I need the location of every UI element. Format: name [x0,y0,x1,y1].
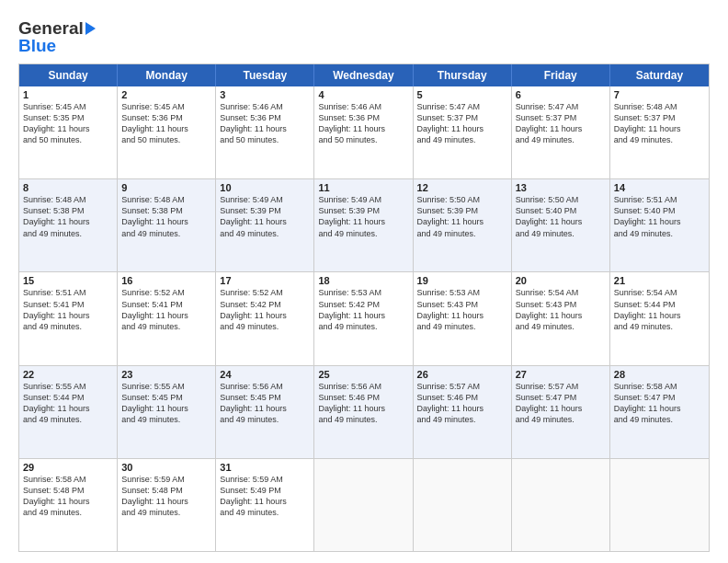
day-number: 31 [220,462,310,473]
calendar-cell: 31Sunrise: 5:59 AM Sunset: 5:49 PM Dayli… [216,459,314,551]
calendar-cell: 6Sunrise: 5:47 AM Sunset: 5:37 PM Daylig… [512,86,610,178]
calendar-row-1: 1Sunrise: 5:45 AM Sunset: 5:35 PM Daylig… [19,86,709,179]
header-day-sunday: Sunday [19,64,118,86]
calendar-body: 1Sunrise: 5:45 AM Sunset: 5:35 PM Daylig… [19,86,709,551]
cell-info: Sunrise: 5:54 AM Sunset: 5:43 PM Dayligh… [516,287,606,332]
cell-info: Sunrise: 5:56 AM Sunset: 5:45 PM Dayligh… [220,381,310,426]
calendar-cell: 28Sunrise: 5:58 AM Sunset: 5:47 PM Dayli… [610,366,709,458]
calendar-cell: 17Sunrise: 5:52 AM Sunset: 5:42 PM Dayli… [216,272,314,364]
day-number: 14 [614,182,705,193]
day-number: 27 [516,369,606,380]
calendar-cell: 3Sunrise: 5:46 AM Sunset: 5:36 PM Daylig… [216,86,314,178]
calendar-cell: 13Sunrise: 5:50 AM Sunset: 5:40 PM Dayli… [512,179,610,271]
cell-info: Sunrise: 5:59 AM Sunset: 5:48 PM Dayligh… [121,474,211,519]
calendar-cell: 21Sunrise: 5:54 AM Sunset: 5:44 PM Dayli… [610,272,709,364]
calendar: SundayMondayTuesdayWednesdayThursdayFrid… [18,63,710,552]
day-number: 6 [516,89,606,100]
cell-info: Sunrise: 5:48 AM Sunset: 5:37 PM Dayligh… [614,101,705,146]
cell-info: Sunrise: 5:46 AM Sunset: 5:36 PM Dayligh… [318,101,408,146]
calendar-cell: 22Sunrise: 5:55 AM Sunset: 5:44 PM Dayli… [19,366,118,458]
day-number: 18 [318,275,408,286]
calendar-cell: 25Sunrise: 5:56 AM Sunset: 5:46 PM Dayli… [314,366,413,458]
cell-info: Sunrise: 5:58 AM Sunset: 5:47 PM Dayligh… [614,381,705,426]
day-number: 8 [23,182,113,193]
calendar-cell: 2Sunrise: 5:45 AM Sunset: 5:36 PM Daylig… [118,86,216,178]
logo: General Blue [18,18,96,56]
calendar-row-2: 8Sunrise: 5:48 AM Sunset: 5:38 PM Daylig… [19,179,709,272]
day-number: 1 [23,89,113,100]
calendar-cell [414,459,512,551]
page: General Blue SundayMondayTuesdayWednesda… [0,0,728,563]
calendar-row-3: 15Sunrise: 5:51 AM Sunset: 5:41 PM Dayli… [19,272,709,365]
day-number: 17 [220,275,310,286]
calendar-cell: 23Sunrise: 5:55 AM Sunset: 5:45 PM Dayli… [118,366,216,458]
cell-info: Sunrise: 5:50 AM Sunset: 5:39 PM Dayligh… [417,194,507,239]
cell-info: Sunrise: 5:48 AM Sunset: 5:38 PM Dayligh… [121,194,211,239]
cell-info: Sunrise: 5:50 AM Sunset: 5:40 PM Dayligh… [516,194,606,239]
cell-info: Sunrise: 5:57 AM Sunset: 5:46 PM Dayligh… [417,381,507,426]
day-number: 30 [121,462,211,473]
calendar-cell: 9Sunrise: 5:48 AM Sunset: 5:38 PM Daylig… [118,179,216,271]
day-number: 23 [121,369,211,380]
calendar-cell: 27Sunrise: 5:57 AM Sunset: 5:47 PM Dayli… [512,366,610,458]
calendar-cell: 5Sunrise: 5:47 AM Sunset: 5:37 PM Daylig… [414,86,512,178]
calendar-cell [512,459,610,551]
calendar-row-4: 22Sunrise: 5:55 AM Sunset: 5:44 PM Dayli… [19,366,709,459]
day-number: 19 [417,275,507,286]
day-number: 13 [516,182,606,193]
calendar-cell: 15Sunrise: 5:51 AM Sunset: 5:41 PM Dayli… [19,272,118,364]
cell-info: Sunrise: 5:49 AM Sunset: 5:39 PM Dayligh… [318,194,408,239]
calendar-cell: 8Sunrise: 5:48 AM Sunset: 5:38 PM Daylig… [19,179,118,271]
day-number: 10 [220,182,310,193]
day-number: 7 [614,89,705,100]
logo-arrow-icon [85,22,96,35]
cell-info: Sunrise: 5:58 AM Sunset: 5:48 PM Dayligh… [23,474,113,519]
cell-info: Sunrise: 5:47 AM Sunset: 5:37 PM Dayligh… [516,101,606,146]
cell-info: Sunrise: 5:47 AM Sunset: 5:37 PM Dayligh… [417,101,507,146]
cell-info: Sunrise: 5:55 AM Sunset: 5:44 PM Dayligh… [23,381,113,426]
day-number: 28 [614,369,705,380]
day-number: 3 [220,89,310,100]
day-number: 4 [318,89,408,100]
calendar-cell: 1Sunrise: 5:45 AM Sunset: 5:35 PM Daylig… [19,86,118,178]
cell-info: Sunrise: 5:52 AM Sunset: 5:42 PM Dayligh… [220,287,310,332]
cell-info: Sunrise: 5:52 AM Sunset: 5:41 PM Dayligh… [121,287,211,332]
cell-info: Sunrise: 5:57 AM Sunset: 5:47 PM Dayligh… [516,381,606,426]
calendar-cell [314,459,413,551]
day-number: 16 [121,275,211,286]
header-day-thursday: Thursday [414,64,512,86]
day-number: 11 [318,182,408,193]
cell-info: Sunrise: 5:45 AM Sunset: 5:36 PM Dayligh… [121,101,211,146]
calendar-cell [610,459,709,551]
calendar-header: SundayMondayTuesdayWednesdayThursdayFrid… [19,64,709,86]
calendar-cell: 19Sunrise: 5:53 AM Sunset: 5:43 PM Dayli… [414,272,512,364]
calendar-cell: 10Sunrise: 5:49 AM Sunset: 5:39 PM Dayli… [216,179,314,271]
header-day-friday: Friday [512,64,610,86]
header-day-wednesday: Wednesday [314,64,413,86]
calendar-cell: 18Sunrise: 5:53 AM Sunset: 5:42 PM Dayli… [314,272,413,364]
day-number: 25 [318,369,408,380]
day-number: 26 [417,369,507,380]
header-day-tuesday: Tuesday [216,64,314,86]
calendar-cell: 14Sunrise: 5:51 AM Sunset: 5:40 PM Dayli… [610,179,709,271]
calendar-row-5: 29Sunrise: 5:58 AM Sunset: 5:48 PM Dayli… [19,459,709,551]
cell-info: Sunrise: 5:46 AM Sunset: 5:36 PM Dayligh… [220,101,310,146]
calendar-cell: 12Sunrise: 5:50 AM Sunset: 5:39 PM Dayli… [414,179,512,271]
day-number: 5 [417,89,507,100]
cell-info: Sunrise: 5:59 AM Sunset: 5:49 PM Dayligh… [220,474,310,519]
calendar-cell: 30Sunrise: 5:59 AM Sunset: 5:48 PM Dayli… [118,459,216,551]
calendar-cell: 20Sunrise: 5:54 AM Sunset: 5:43 PM Dayli… [512,272,610,364]
day-number: 22 [23,369,113,380]
calendar-cell: 4Sunrise: 5:46 AM Sunset: 5:36 PM Daylig… [314,86,413,178]
day-number: 21 [614,275,705,286]
cell-info: Sunrise: 5:49 AM Sunset: 5:39 PM Dayligh… [220,194,310,239]
calendar-cell: 7Sunrise: 5:48 AM Sunset: 5:37 PM Daylig… [610,86,709,178]
header: General Blue [18,15,710,56]
day-number: 29 [23,462,113,473]
header-day-monday: Monday [118,64,216,86]
calendar-cell: 11Sunrise: 5:49 AM Sunset: 5:39 PM Dayli… [314,179,413,271]
calendar-cell: 24Sunrise: 5:56 AM Sunset: 5:45 PM Dayli… [216,366,314,458]
calendar-cell: 26Sunrise: 5:57 AM Sunset: 5:46 PM Dayli… [414,366,512,458]
cell-info: Sunrise: 5:51 AM Sunset: 5:40 PM Dayligh… [614,194,705,239]
cell-info: Sunrise: 5:54 AM Sunset: 5:44 PM Dayligh… [614,287,705,332]
